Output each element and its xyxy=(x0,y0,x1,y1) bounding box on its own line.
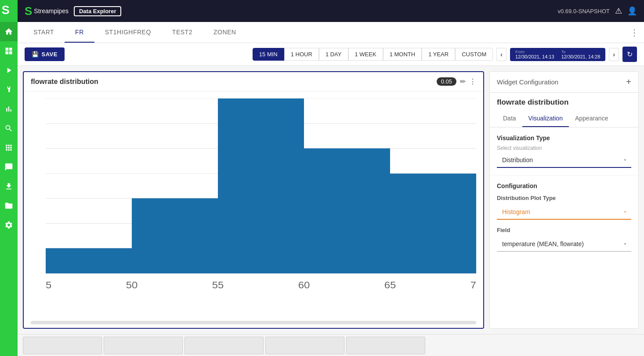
top-bar: S Streampipes Data Explorer v0.69.0-SNAP… xyxy=(18,0,644,22)
thumbnail-5 xyxy=(346,337,425,354)
sidebar-item-chart[interactable] xyxy=(0,99,18,119)
chart-body: 0 1 2 3 4 5 6 7 xyxy=(24,91,483,321)
chart-menu-button[interactable]: ⋮ xyxy=(469,77,476,86)
toolbar: 💾 SAVE 15 MIN 1 HOUR 1 DAY 1 WEEK 1 MONT… xyxy=(18,43,644,66)
sidebar-item-search[interactable] xyxy=(0,119,18,138)
refresh-button[interactable]: ↻ xyxy=(622,47,637,62)
data-explorer-badge[interactable]: Data Explorer xyxy=(74,6,122,16)
sidebar-item-play[interactable] xyxy=(0,61,18,80)
right-panel: Widget Configuration + flowrate distribu… xyxy=(489,71,639,329)
visualization-type-select[interactable]: Distribution xyxy=(497,153,631,168)
save-button[interactable]: 💾 SAVE xyxy=(25,47,65,61)
more-tabs-icon[interactable]: ⋮ xyxy=(630,27,639,38)
main-area: S Streampipes Data Explorer v0.69.0-SNAP… xyxy=(18,0,644,356)
histogram-chart: 0 1 2 3 4 5 6 7 xyxy=(46,98,476,303)
time-btn-1week[interactable]: 1 WEEK xyxy=(348,48,383,61)
svg-text:55: 55 xyxy=(212,280,224,290)
thumbnail-4 xyxy=(265,337,344,354)
sidebar-item-settings[interactable] xyxy=(0,215,18,235)
svg-text:60: 60 xyxy=(298,280,310,290)
version-label: v0.69.0-SNAPSHOT xyxy=(558,8,610,15)
tab-fr[interactable]: FR xyxy=(65,22,94,43)
sidebar-item-home[interactable] xyxy=(0,22,18,41)
sidebar-item-plug[interactable] xyxy=(0,80,18,99)
bottom-bar xyxy=(18,334,644,356)
thumbnail-2 xyxy=(104,337,183,354)
svg-rect-20 xyxy=(304,149,390,273)
tabs: START FR ST1HIGHFREQ TEST2 ZONEN xyxy=(23,22,246,43)
chart-header: flowrate distribution 0.05 ✏ ⋮ xyxy=(24,72,483,91)
time-btn-1day[interactable]: 1 DAY xyxy=(319,48,348,61)
widget-name: flowrate distribution xyxy=(490,93,638,109)
time-controls: 15 MIN 1 HOUR 1 DAY 1 WEEK 1 MONTH 1 YEA… xyxy=(253,48,493,61)
panel-title: Widget Configuration xyxy=(497,78,558,86)
svg-text:S: S xyxy=(2,4,10,17)
logo: S xyxy=(0,0,18,22)
tab-bar: START FR ST1HIGHFREQ TEST2 ZONEN ⋮ xyxy=(18,22,644,43)
app-logo: S Streampipes xyxy=(25,4,69,18)
sidebar-item-folder[interactable] xyxy=(0,196,18,215)
sidebar-item-apps[interactable] xyxy=(0,138,18,157)
chart-header-right: 0.05 ✏ ⋮ xyxy=(437,77,476,86)
opacity-badge: 0.05 xyxy=(437,77,456,86)
save-icon: 💾 xyxy=(32,51,39,58)
chart-container: flowrate distribution 0.05 ✏ ⋮ xyxy=(23,71,484,329)
config-section: Configuration Distribution Plot Type His… xyxy=(490,175,638,266)
time-btn-1month[interactable]: 1 MONTH xyxy=(383,48,422,61)
date-prev-button[interactable]: ‹ xyxy=(496,48,507,61)
plot-type-label: Distribution Plot Type xyxy=(497,195,631,201)
svg-text:45: 45 xyxy=(46,280,51,290)
visualization-type-section: Visualization Type Select visualization … xyxy=(490,127,638,175)
panel-tabs: Data Visualization Appearance xyxy=(490,110,638,127)
svg-text:70: 70 xyxy=(470,280,476,290)
field-select[interactable]: temperature (MEAN, flowrate) xyxy=(497,237,631,252)
time-btn-custom[interactable]: CUSTOM xyxy=(455,48,493,61)
tab-st1highfreq[interactable]: ST1HIGHFREQ xyxy=(94,22,162,43)
svg-text:65: 65 xyxy=(384,280,396,290)
time-btn-1year[interactable]: 1 YEAR xyxy=(422,48,455,61)
panel-tab-data[interactable]: Data xyxy=(497,110,522,127)
user-icon[interactable]: 👤 xyxy=(627,6,637,16)
time-btn-15min[interactable]: 15 MIN xyxy=(253,48,284,61)
workspace: flowrate distribution 0.05 ✏ ⋮ xyxy=(18,66,644,334)
sidebar: S xyxy=(0,0,18,356)
visualization-type-label: Select visualization xyxy=(497,145,631,151)
plot-type-subsection: Distribution Plot Type Histogram xyxy=(497,195,631,220)
panel-header: Widget Configuration + xyxy=(490,72,638,93)
sidebar-item-download[interactable] xyxy=(0,177,18,196)
svg-text:50: 50 xyxy=(126,280,138,290)
app-name: Streampipes xyxy=(34,7,69,15)
field-label: Field xyxy=(497,227,631,233)
tab-zonen[interactable]: ZONEN xyxy=(203,22,247,43)
svg-rect-19 xyxy=(218,98,304,273)
tab-test2[interactable]: TEST2 xyxy=(162,22,203,43)
sidebar-item-comment[interactable] xyxy=(0,157,18,177)
svg-rect-18 xyxy=(132,198,218,273)
chart-scrollbar[interactable] xyxy=(31,321,476,324)
thumbnail-3 xyxy=(185,337,264,354)
panel-tab-appearance[interactable]: Appearance xyxy=(569,110,615,127)
notifications-icon[interactable]: ⚠ xyxy=(615,6,622,16)
svg-rect-21 xyxy=(390,174,476,273)
config-section-title: Configuration xyxy=(497,182,631,189)
panel-tab-visualization[interactable]: Visualization xyxy=(522,110,569,127)
tab-start[interactable]: START xyxy=(23,22,65,43)
time-btn-1hour[interactable]: 1 HOUR xyxy=(284,48,319,61)
visualization-type-title: Visualization Type xyxy=(497,134,631,142)
thumbnail-1 xyxy=(23,337,102,354)
plot-type-select[interactable]: Histogram xyxy=(497,205,631,220)
content-body: START FR ST1HIGHFREQ TEST2 ZONEN ⋮ xyxy=(18,22,644,356)
date-next-button[interactable]: › xyxy=(609,48,619,61)
chart-title: flowrate distribution xyxy=(31,78,98,86)
date-range[interactable]: From 12/30/2021, 14:13 To 12/30/2021, 14… xyxy=(510,48,605,61)
sidebar-item-grid[interactable] xyxy=(0,41,18,61)
panel-add-button[interactable]: + xyxy=(626,77,631,87)
svg-rect-17 xyxy=(46,248,132,273)
edit-chart-button[interactable]: ✏ xyxy=(460,77,466,86)
field-subsection: Field temperature (MEAN, flowrate) xyxy=(497,227,631,252)
